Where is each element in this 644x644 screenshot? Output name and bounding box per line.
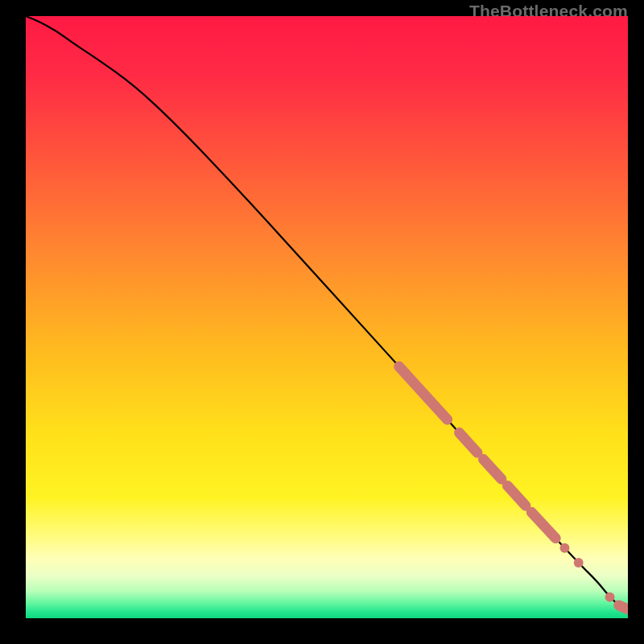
data-cluster (619, 605, 628, 609)
data-point (574, 558, 584, 568)
data-point (559, 543, 569, 553)
chart-stage: TheBottleneck.com (0, 0, 644, 644)
data-point (605, 592, 615, 602)
gradient-panel (26, 16, 628, 618)
chart-plot (26, 16, 628, 618)
